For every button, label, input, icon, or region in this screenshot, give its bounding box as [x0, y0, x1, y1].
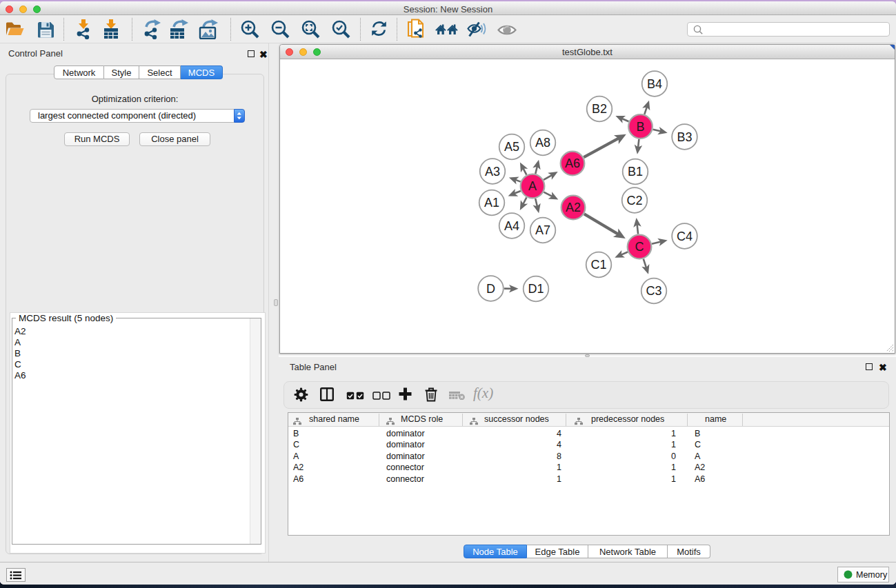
svg-text:B1: B1	[628, 165, 643, 179]
svg-text:C: C	[635, 240, 644, 254]
svg-text:A1: A1	[484, 196, 499, 210]
svg-text:B2: B2	[592, 102, 607, 116]
svg-text:C3: C3	[646, 284, 661, 298]
svg-text:A5: A5	[504, 140, 519, 154]
svg-text:A3: A3	[485, 165, 500, 179]
svg-text:A8: A8	[535, 136, 550, 150]
svg-text:B: B	[636, 120, 644, 134]
svg-text:B4: B4	[647, 77, 662, 91]
svg-text:C2: C2	[626, 194, 642, 207]
svg-text:A: A	[528, 179, 537, 193]
svg-text:A4: A4	[504, 219, 519, 233]
svg-text:C4: C4	[677, 230, 693, 243]
svg-text:C1: C1	[590, 258, 606, 272]
svg-text:A7: A7	[535, 223, 550, 237]
svg-text:B3: B3	[677, 130, 692, 144]
svg-text:A6: A6	[565, 156, 580, 170]
svg-text:D1: D1	[528, 282, 544, 296]
svg-text:A2: A2	[566, 201, 581, 214]
svg-text:D: D	[486, 282, 495, 296]
